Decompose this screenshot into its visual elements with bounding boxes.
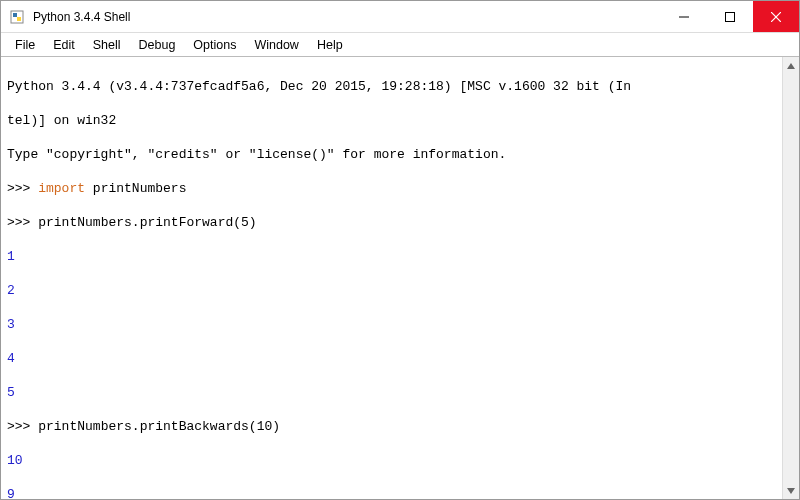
call-printForward: printNumbers.printForward(5) <box>38 215 256 230</box>
call-printBackwards: printNumbers.printBackwards(10) <box>38 419 280 434</box>
svg-rect-2 <box>726 12 735 21</box>
menu-window[interactable]: Window <box>246 36 306 54</box>
menubar: File Edit Shell Debug Options Window Hel… <box>1 33 799 57</box>
window-title: Python 3.4.4 Shell <box>33 10 661 24</box>
banner-line: Type "copyright", "credits" or "license(… <box>7 146 776 163</box>
menu-edit[interactable]: Edit <box>45 36 83 54</box>
prompt: >>> <box>7 181 38 196</box>
scroll-down-button[interactable] <box>783 482 799 499</box>
menu-options[interactable]: Options <box>185 36 244 54</box>
output-line: 2 <box>7 282 776 299</box>
menu-shell[interactable]: Shell <box>85 36 129 54</box>
maximize-button[interactable] <box>707 1 753 32</box>
output-line: 3 <box>7 316 776 333</box>
minimize-button[interactable] <box>661 1 707 32</box>
window-controls <box>661 1 799 32</box>
output-line: 5 <box>7 384 776 401</box>
menu-help[interactable]: Help <box>309 36 351 54</box>
output-line: 4 <box>7 350 776 367</box>
shell-content[interactable]: Python 3.4.4 (v3.4.4:737efcadf5a6, Dec 2… <box>1 57 782 499</box>
output-line: 9 <box>7 486 776 499</box>
chevron-down-icon <box>787 488 795 494</box>
vertical-scrollbar[interactable] <box>782 57 799 499</box>
content-wrap: Python 3.4.4 (v3.4.4:737efcadf5a6, Dec 2… <box>1 57 799 499</box>
prompt: >>> <box>7 215 38 230</box>
scroll-track[interactable] <box>783 74 799 482</box>
close-button[interactable] <box>753 1 799 32</box>
output-line: 10 <box>7 452 776 469</box>
input-line: >>> printNumbers.printForward(5) <box>7 214 776 231</box>
prompt: >>> <box>7 419 38 434</box>
python-icon <box>9 9 25 25</box>
python-shell-window: Python 3.4.4 Shell File Edit Shell Debug… <box>0 0 800 500</box>
menu-file[interactable]: File <box>7 36 43 54</box>
banner-line: Python 3.4.4 (v3.4.4:737efcadf5a6, Dec 2… <box>7 78 776 95</box>
import-module: printNumbers <box>85 181 186 196</box>
output-line: 1 <box>7 248 776 265</box>
keyword-import: import <box>38 181 85 196</box>
menu-debug[interactable]: Debug <box>131 36 184 54</box>
banner-line: tel)] on win32 <box>7 112 776 129</box>
titlebar[interactable]: Python 3.4.4 Shell <box>1 1 799 33</box>
input-line: >>> import printNumbers <box>7 180 776 197</box>
chevron-up-icon <box>787 63 795 69</box>
input-line: >>> printNumbers.printBackwards(10) <box>7 418 776 435</box>
scroll-up-button[interactable] <box>783 57 799 74</box>
